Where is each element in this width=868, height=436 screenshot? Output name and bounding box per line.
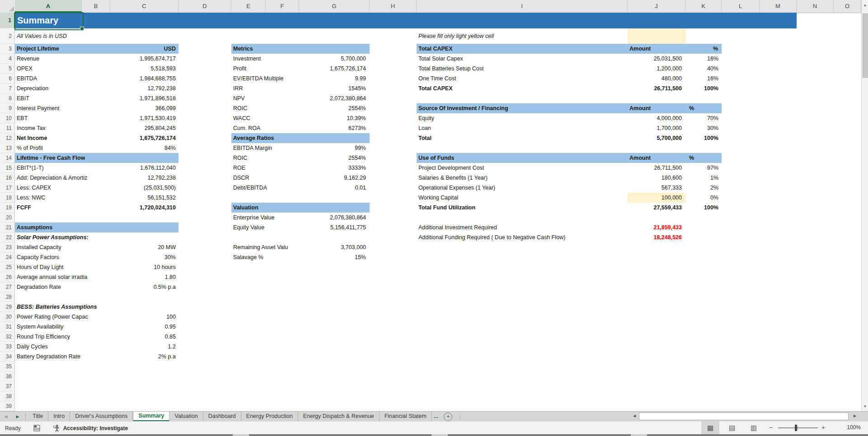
row-header-26[interactable]: 26 [0, 272, 15, 282]
tab-resize-handle[interactable]: ⋮ [457, 412, 463, 422]
sheet-tab-valuation[interactable]: Valuation [169, 412, 203, 422]
column-header-I[interactable]: I [417, 0, 628, 12]
zoom-level[interactable]: 100% [834, 421, 861, 434]
yellow-input-cell[interactable] [628, 28, 685, 44]
project-lifetime-row-value[interactable]: 56,151,532 [110, 193, 176, 203]
metrics-section-header[interactable]: Valuation [231, 203, 370, 213]
project-lifetime-row-value[interactable]: 0.85 [110, 332, 176, 342]
row-header-19[interactable]: 19 [0, 203, 15, 213]
project-lifetime-row-label[interactable]: Solar Power Assumptions: [17, 232, 110, 242]
row-header-3[interactable]: 3 [0, 44, 15, 54]
project-lifetime-row-label[interactable]: Degradation Rate [17, 282, 110, 292]
project-lifetime-row-value[interactable]: 2% p.a [110, 352, 176, 362]
project-lifetime-row-label[interactable]: Power Rating (Power Capac [17, 312, 110, 322]
total-capex-header[interactable]: Total CAPEXAmount% [417, 44, 722, 54]
total-capex-row-percent[interactable]: 100% [685, 83, 718, 93]
metrics-row-label[interactable]: Debt/EBITDA [233, 183, 305, 193]
row-header-39[interactable]: 39 [0, 401, 15, 411]
total-capex-row-amount[interactable]: 26,711,500 [587, 83, 682, 93]
row-header-4[interactable]: 4 [0, 54, 15, 64]
project-lifetime-row-label[interactable]: Battery Degradation Rate [17, 352, 110, 362]
project-lifetime-row-label[interactable]: System Availability [17, 322, 110, 332]
metrics-row-label[interactable]: EV/EBITDA Multiple [233, 74, 305, 83]
row-header-10[interactable]: 10 [0, 113, 15, 123]
column-header-E[interactable]: E [231, 0, 266, 12]
sheet-tab-intro[interactable]: Intro [48, 412, 70, 422]
metrics-row-value[interactable]: 2554% [299, 153, 366, 163]
project-lifetime-row-label[interactable]: Round Trip Efficiency [17, 332, 110, 342]
accessibility-icon[interactable] [53, 424, 61, 432]
project-lifetime-row-label[interactable]: EBT [17, 113, 110, 123]
total-capex-row-percent[interactable]: 16% [685, 54, 718, 64]
row-header-11[interactable]: 11 [0, 123, 15, 133]
zoom-in-button[interactable]: + [821, 421, 825, 434]
metrics-row-label[interactable]: Cum. ROA [233, 123, 305, 133]
column-header-B[interactable]: B [82, 0, 110, 12]
financing-row-percent[interactable]: 30% [685, 123, 718, 133]
sheet-tab-dashboard[interactable]: Dashboard [203, 412, 241, 422]
row-header-38[interactable]: 38 [0, 391, 15, 401]
project-lifetime-row-value[interactable]: 1,995,674,717 [110, 54, 176, 64]
metrics-row-label[interactable]: Equity Value [233, 223, 305, 232]
sheet-tab-title[interactable]: Title [28, 412, 48, 422]
metrics-row-label[interactable]: NPV [233, 93, 305, 103]
zoom-out-button[interactable]: − [769, 421, 773, 434]
metrics-row-value[interactable]: 10.39% [299, 113, 366, 123]
column-header-J[interactable]: J [628, 0, 685, 12]
metrics-row-label[interactable]: EBITDA Margin [233, 143, 305, 153]
project-lifetime-row-value[interactable]: 12,792,238 [110, 173, 176, 183]
project-lifetime-row-label[interactable]: Income Tax [17, 123, 110, 133]
metrics-section-header[interactable]: Average Ratios [231, 133, 370, 143]
metrics-row-value[interactable]: 99% [299, 143, 366, 153]
project-lifetime-row-label[interactable]: Revenue [17, 54, 110, 64]
select-all-corner[interactable] [0, 0, 15, 12]
row-header-20[interactable]: 20 [0, 213, 15, 223]
total-capex-row-amount[interactable]: 1,200,000 [587, 64, 682, 74]
column-header-A[interactable]: A [15, 0, 82, 12]
row-header-31[interactable]: 31 [0, 322, 15, 332]
column-header-C[interactable]: C [110, 0, 178, 12]
metrics-row-label[interactable]: Profit [233, 64, 305, 74]
project-lifetime-row-value[interactable]: 366,099 [110, 103, 176, 113]
column-header-L[interactable]: L [722, 0, 760, 12]
row-header-5[interactable]: 5 [0, 64, 15, 74]
financing-row-amount[interactable]: 1,700,000 [587, 123, 682, 133]
metrics-row-value[interactable]: 1,675,726,174 [299, 64, 366, 74]
use-of-funds-row-percent[interactable]: 2% [685, 183, 718, 193]
sheet-tab-financial-statem[interactable]: Financial Statem [380, 412, 432, 422]
project-lifetime-row-value[interactable]: 5,518,593 [110, 64, 176, 74]
total-capex-row-amount[interactable]: 25,031,500 [587, 54, 682, 64]
metrics-row-label[interactable]: Enterprise Value [233, 213, 305, 223]
project-lifetime-row-label[interactable]: EBIT*(1-T) [17, 163, 110, 173]
row-header-30[interactable]: 30 [0, 312, 15, 322]
project-lifetime-row-value[interactable]: 1,720,024,310 [110, 203, 176, 213]
additional-row-amount[interactable]: 21,859,433 [587, 223, 682, 232]
use-of-funds-row-amount[interactable]: 26,711,500 [587, 163, 682, 173]
project-lifetime-row-label[interactable]: % of Profit [17, 143, 110, 153]
row-header-1[interactable]: 1 [0, 13, 15, 28]
project-lifetime-row-value[interactable]: (25,031,500) [110, 183, 176, 193]
project-lifetime-row-label[interactable]: Average annual solar irradia [17, 272, 110, 282]
row-header-37[interactable]: 37 [0, 381, 15, 391]
sheet-tab-driver-s-assumptions[interactable]: Driver's Assumptions [70, 412, 133, 422]
column-header-K[interactable]: K [685, 0, 722, 12]
page-layout-view-icon[interactable]: ▤ [723, 421, 741, 434]
project-lifetime-row-label[interactable]: EBITDA [17, 74, 110, 83]
title-banner-cell[interactable]: Summary [15, 13, 797, 28]
metrics-section-header[interactable]: Metrics [231, 44, 370, 54]
fill-handle[interactable] [80, 27, 84, 31]
metrics-row-label[interactable]: Investment [233, 54, 305, 64]
metrics-row-value[interactable]: 5,700,000 [299, 54, 366, 64]
use-of-funds-row-percent[interactable]: 97% [685, 163, 718, 173]
project-lifetime-section-header[interactable]: Assumptions [15, 223, 178, 232]
financing-header[interactable]: Source Of Investment / FinancingAmount% [417, 103, 722, 113]
metrics-row-label[interactable]: ROE [233, 163, 305, 173]
tab-scroll-right-icon[interactable]: ▶ [12, 412, 23, 422]
metrics-row-value[interactable]: 1545% [299, 83, 366, 93]
metrics-row-value[interactable]: 9,162.29 [299, 173, 366, 183]
project-lifetime-row-label[interactable]: Interest Payment [17, 103, 110, 113]
project-lifetime-row-label[interactable]: OPEX [17, 64, 110, 74]
project-lifetime-row-label[interactable]: Add: Depreciation & Amortiz [17, 173, 110, 183]
project-lifetime-row-value[interactable]: 30% [110, 252, 176, 262]
row-header-24[interactable]: 24 [0, 252, 15, 262]
